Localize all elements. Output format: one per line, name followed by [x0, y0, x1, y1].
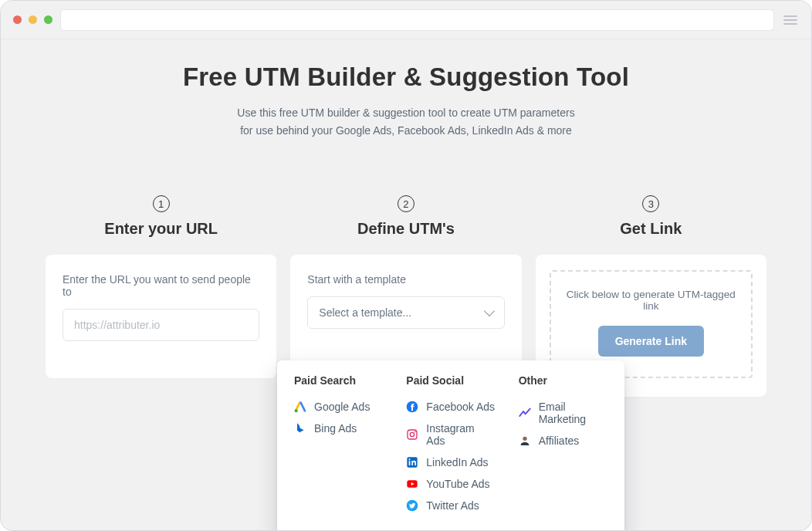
template-select-placeholder: Select a template...	[319, 306, 411, 319]
affiliate-icon	[519, 435, 531, 447]
svg-point-7	[409, 458, 411, 460]
step-1-number: 1	[153, 195, 170, 212]
template-select[interactable]: Select a template...	[307, 296, 504, 329]
template-option-label: LinkedIn Ads	[426, 456, 488, 468]
maximize-window-button[interactable]	[44, 15, 52, 24]
dropdown-group-title: Other	[519, 374, 607, 387]
template-option-label: Affiliates	[539, 435, 580, 447]
linkedin-icon	[406, 456, 418, 468]
template-option-label: Email Marketing	[539, 401, 607, 425]
generate-prompt: Click below to generate UTM-tagged link	[559, 289, 743, 312]
page-title: Free UTM Builder & Suggestion Tool	[1, 63, 811, 92]
dropdown-group-paid-social: Paid Social Facebook Ads	[406, 374, 495, 516]
template-option-youtube-ads[interactable]: YouTube Ads	[406, 473, 495, 495]
step-2-title: Define UTM's	[290, 220, 521, 238]
step-1: 1 Enter your URL Enter the URL you want …	[46, 195, 276, 378]
template-option-label: Bing Ads	[314, 422, 357, 435]
address-bar[interactable]	[60, 9, 774, 31]
facebook-icon	[406, 401, 418, 413]
subtitle-line-1: Use this free UTM builder & suggestion t…	[237, 107, 574, 119]
minimize-window-button[interactable]	[29, 15, 37, 24]
template-option-affiliates[interactable]: Affiliates	[519, 430, 607, 452]
step-3-number: 3	[642, 195, 659, 212]
template-option-label: Twitter Ads	[426, 499, 479, 512]
subtitle-line-2: for use behind your Google Ads, Facebook…	[240, 124, 572, 137]
step-2: 2 Define UTM's Start with a template Sel…	[290, 195, 521, 378]
svg-point-4	[414, 431, 416, 432]
url-input[interactable]	[63, 309, 259, 341]
template-option-label: Instagram Ads	[426, 422, 495, 447]
page-content: Free UTM Builder & Suggestion Tool Use t…	[1, 39, 811, 397]
step-3-title: Get Link	[536, 220, 766, 238]
template-option-instagram-ads[interactable]: Instagram Ads	[406, 418, 495, 452]
youtube-icon	[406, 478, 418, 490]
email-icon	[519, 407, 531, 419]
browser-titlebar	[1, 1, 811, 39]
template-option-label: Google Ads	[314, 401, 370, 413]
window-controls	[13, 15, 52, 24]
svg-point-3	[411, 432, 414, 436]
template-option-email-marketing[interactable]: Email Marketing	[519, 396, 607, 430]
dropdown-group-title: Paid Social	[406, 374, 495, 387]
dropdown-group-title: Paid Search	[294, 374, 383, 387]
google-ads-icon	[294, 401, 306, 413]
instagram-icon	[406, 428, 418, 441]
url-card: Enter the URL you want to send people to	[46, 255, 276, 378]
template-option-bing-ads[interactable]: Bing Ads	[294, 418, 383, 439]
page-subtitle: Use this free UTM builder & suggestion t…	[1, 104, 811, 140]
step-1-title: Enter your URL	[46, 220, 276, 238]
template-dropdown: Paid Search Google Ads Bing A	[277, 360, 624, 531]
template-option-linkedin-ads[interactable]: LinkedIn Ads	[406, 452, 495, 473]
dropdown-group-other: Other Email Marketing Affiliates	[519, 374, 607, 516]
twitter-icon	[406, 499, 418, 512]
template-select-label: Start with a template	[307, 273, 504, 286]
step-2-number: 2	[398, 195, 414, 212]
template-option-label: YouTube Ads	[426, 478, 489, 490]
dropdown-group-paid-search: Paid Search Google Ads Bing A	[294, 374, 383, 516]
svg-point-0	[295, 409, 298, 412]
svg-rect-6	[409, 461, 411, 465]
svg-point-10	[523, 437, 526, 441]
url-input-label: Enter the URL you want to send people to	[63, 273, 259, 298]
template-option-facebook-ads[interactable]: Facebook Ads	[406, 396, 495, 418]
template-option-google-ads[interactable]: Google Ads	[294, 396, 383, 418]
close-window-button[interactable]	[13, 15, 22, 24]
browser-window: Free UTM Builder & Suggestion Tool Use t…	[0, 0, 812, 531]
hamburger-menu-icon[interactable]	[782, 12, 799, 29]
template-option-label: Facebook Ads	[426, 401, 495, 413]
bing-ads-icon	[294, 422, 306, 435]
generate-link-button[interactable]: Generate Link	[598, 326, 704, 357]
chevron-down-icon	[484, 306, 495, 316]
template-option-twitter-ads[interactable]: Twitter Ads	[406, 495, 495, 516]
